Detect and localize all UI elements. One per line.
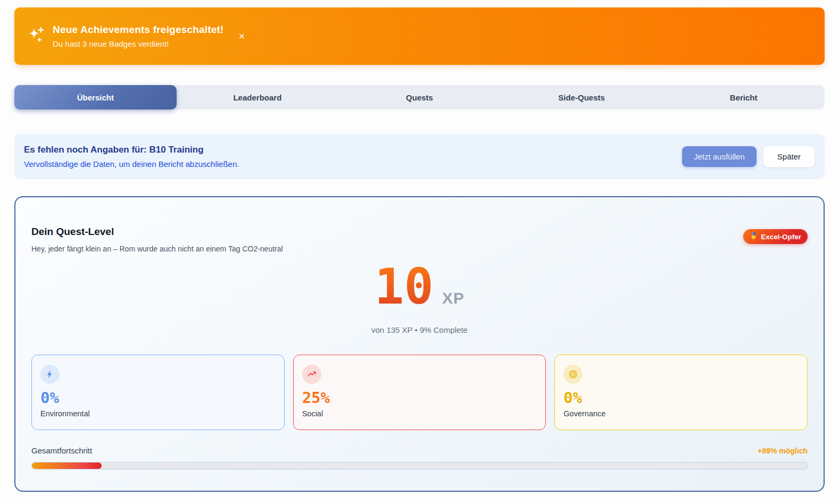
progress-possible: +89% möglich: [758, 447, 808, 455]
category-card-social: 25% Social: [293, 355, 546, 430]
achievement-text: Neue Achievements freigeschaltet! Du has…: [53, 24, 224, 48]
category-card-governance: 0% Governance: [554, 355, 808, 430]
missing-info-actions: Jetzt ausfüllen Später: [682, 146, 815, 167]
missing-info-banner: Es fehlen noch Angaben für: B10 Training…: [14, 134, 825, 179]
progress-label: Gesamtfortschritt: [31, 446, 92, 455]
environmental-percent: 0%: [40, 390, 276, 406]
quest-title-block: Dein Quest-Level Hey, jeder fängt klein …: [31, 226, 283, 253]
fill-now-button[interactable]: Jetzt ausfüllen: [682, 146, 757, 167]
tab-bericht[interactable]: Bericht: [662, 85, 825, 110]
level-badge: Excel-Opfer: [743, 229, 808, 244]
level-badge-label: Excel-Opfer: [761, 233, 801, 241]
achievement-subtitle: Du hast 3 neue Badges verdient!: [53, 39, 224, 48]
category-grid: 0% Environmental 25% Social: [31, 355, 808, 430]
quest-title: Dein Quest-Level: [31, 226, 283, 238]
later-button[interactable]: Später: [763, 146, 815, 167]
xp-line: 10 XP: [31, 263, 808, 312]
quest-level-card: Dein Quest-Level Hey, jeder fängt klein …: [14, 196, 825, 492]
social-label: Social: [302, 409, 537, 418]
xp-block: 10 XP von 135 XP • 9% Complete: [31, 263, 808, 334]
progress-bar: [31, 462, 808, 469]
environmental-label: Environmental: [40, 409, 276, 418]
category-card-environmental: 0% Environmental: [31, 355, 285, 430]
xp-unit: XP: [442, 289, 464, 307]
close-icon[interactable]: ×: [239, 31, 245, 41]
missing-info-text: Es fehlen noch Angaben für: B10 Training…: [24, 145, 239, 169]
dashboard-page: Neue Achievements freigeschaltet! Du has…: [0, 0, 839, 492]
xp-value: 10: [375, 263, 434, 312]
target-icon: [563, 365, 583, 384]
xp-summary: von 135 XP • 9% Complete: [31, 325, 808, 334]
quest-subtitle: Hey, jeder fängt klein an – Rom wurde au…: [31, 245, 283, 253]
tab-uebersicht[interactable]: Übersicht: [14, 85, 177, 110]
trend-up-icon: [302, 365, 321, 384]
tab-leaderboard[interactable]: Leaderboard: [177, 85, 339, 110]
quest-header: Dein Quest-Level Hey, jeder fängt klein …: [31, 226, 808, 253]
achievement-title: Neue Achievements freigeschaltet!: [53, 24, 224, 36]
missing-info-subtitle: Vervollständige die Daten, um deinen Ber…: [24, 159, 239, 169]
achievement-banner: Neue Achievements freigeschaltet! Du has…: [14, 7, 825, 65]
tab-quests[interactable]: Quests: [338, 85, 501, 110]
bolt-icon: [40, 365, 60, 384]
tab-bar: Übersicht Leaderboard Quests Side-Quests…: [14, 85, 825, 110]
tab-side-quests[interactable]: Side-Quests: [501, 85, 663, 110]
governance-percent: 0%: [563, 390, 799, 406]
medal-icon: [750, 232, 758, 241]
progress-fill: [32, 463, 102, 469]
sparkles-icon: [25, 26, 46, 47]
progress-header: Gesamtfortschritt +89% möglich: [31, 446, 808, 455]
missing-info-title: Es fehlen noch Angaben für: B10 Training: [24, 145, 239, 155]
governance-label: Governance: [563, 409, 799, 418]
social-percent: 25%: [302, 390, 537, 406]
